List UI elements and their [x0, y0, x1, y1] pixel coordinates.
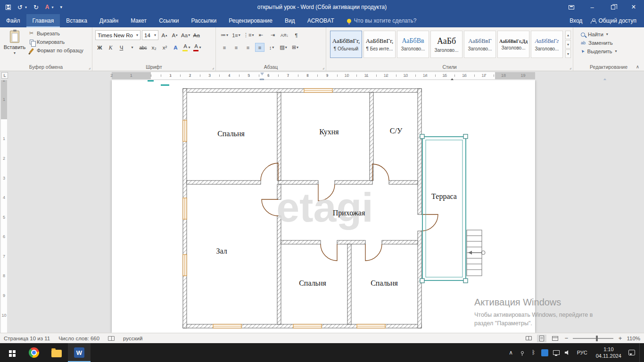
- redo-icon[interactable]: ↻: [33, 4, 39, 11]
- change-case-button[interactable]: Аа▾: [181, 31, 190, 40]
- network-icon[interactable]: [551, 343, 562, 362]
- print-layout-button[interactable]: [537, 335, 546, 342]
- web-layout-button[interactable]: [550, 335, 560, 342]
- sort-button[interactable]: АЯ↓: [280, 31, 289, 40]
- styles-more-button[interactable]: ▾: [565, 49, 571, 58]
- subscript-button[interactable]: х₂: [149, 43, 158, 52]
- ribbon-tab[interactable]: Вставка: [60, 14, 93, 27]
- shrink-font-button[interactable]: А▾: [170, 31, 179, 40]
- restore-button[interactable]: [603, 0, 623, 14]
- taskbar-word-button[interactable]: W: [68, 343, 91, 362]
- dialog-launcher-icon[interactable]: ⌟: [212, 65, 214, 70]
- dialog-launcher-icon[interactable]: ⌟: [322, 65, 324, 70]
- styles-scroll-down-button[interactable]: ▾: [565, 40, 571, 49]
- italic-button[interactable]: К: [106, 43, 115, 52]
- multilevel-list-button[interactable]: ⋮≡▾: [243, 31, 254, 40]
- decrease-indent-button[interactable]: ⇤: [256, 31, 265, 40]
- align-center-button[interactable]: ≡: [231, 43, 241, 52]
- taskbar-chrome-button[interactable]: [23, 343, 45, 362]
- line-spacing-button[interactable]: ↕▾: [267, 43, 276, 52]
- undo-icon[interactable]: ↺: [17, 4, 23, 11]
- ribbon-tab[interactable]: Рассылки: [185, 14, 223, 27]
- numbering-button[interactable]: 1≡▾: [231, 31, 241, 40]
- ribbon-tab[interactable]: Файл: [0, 14, 26, 27]
- style-card[interactable]: АаБбВвГг Заголово...: [531, 31, 563, 58]
- ribbon-tab[interactable]: Рецензирование: [223, 14, 279, 27]
- font-size-combo[interactable]: 14▾: [142, 30, 158, 40]
- save-icon[interactable]: [6, 5, 11, 10]
- justify-button[interactable]: ≡: [255, 43, 264, 52]
- text-effects-button[interactable]: А: [171, 43, 180, 52]
- collapse-ribbon-icon[interactable]: ∧: [636, 64, 639, 69]
- ribbon-display-options-button[interactable]: [561, 0, 582, 14]
- paste-button[interactable]: Вставить ▾: [3, 29, 26, 63]
- underline-dropdown-icon[interactable]: ▾: [128, 43, 137, 52]
- superscript-button[interactable]: х²: [160, 43, 169, 52]
- font-color-button[interactable]: А▾: [193, 43, 202, 52]
- minimize-button[interactable]: –: [582, 0, 603, 14]
- keyboard-language[interactable]: РУС: [573, 350, 591, 355]
- clear-formatting-button[interactable]: Аа: [192, 31, 201, 40]
- align-right-button[interactable]: ≡: [243, 43, 253, 52]
- bluetooth-icon[interactable]: ᛒ: [528, 343, 539, 362]
- start-button[interactable]: [0, 343, 23, 362]
- style-card[interactable]: АаБбВвГг, ¶ Обычный: [330, 31, 362, 58]
- ribbon-tab[interactable]: Ссылки: [153, 14, 185, 27]
- copy-button[interactable]: Копировать: [28, 39, 83, 45]
- tab-selector[interactable]: L: [1, 72, 8, 79]
- volume-icon[interactable]: [562, 343, 573, 362]
- document-page[interactable]: etagi Спальня Кухня С/У Терраса Прихожая…: [112, 80, 535, 333]
- dialog-launcher-icon[interactable]: ⌟: [89, 65, 91, 70]
- ribbon-tab[interactable]: Макет: [124, 14, 153, 27]
- show-paragraph-marks-button[interactable]: ¶: [291, 31, 301, 40]
- tab-stop-marker[interactable]: [451, 77, 454, 80]
- borders-button[interactable]: ⊞▾: [290, 43, 300, 52]
- close-button[interactable]: ×: [623, 0, 644, 14]
- location-icon[interactable]: [517, 343, 528, 362]
- customize-qat-icon[interactable]: ▾: [60, 5, 63, 9]
- undo-dropdown-icon[interactable]: ▾: [25, 5, 27, 9]
- read-mode-button[interactable]: [524, 335, 533, 342]
- paste-dropdown-icon[interactable]: ▾: [14, 51, 16, 55]
- font-color-qat-icon[interactable]: А: [45, 4, 50, 10]
- tray-app-icon[interactable]: [539, 343, 551, 362]
- style-card[interactable]: АаБб Заголово...: [430, 31, 462, 58]
- zoom-out-button[interactable]: −: [563, 335, 569, 342]
- format-painter-button[interactable]: Формат по образцу: [28, 48, 83, 53]
- dialog-launcher-icon[interactable]: ⌟: [570, 65, 571, 70]
- page-indicator[interactable]: Страница 10 из 11: [4, 336, 50, 341]
- word-count[interactable]: Число слов: 660: [58, 336, 99, 341]
- ribbon-tab[interactable]: Главная: [26, 14, 60, 27]
- taskbar-explorer-button[interactable]: [45, 343, 68, 362]
- clock[interactable]: 1:10 04.11.2024: [591, 346, 626, 360]
- style-card[interactable]: АаБбВвГг,Дд Заголово...: [497, 31, 529, 58]
- cut-button[interactable]: ✂Вырезать: [28, 30, 83, 36]
- proofing-icon[interactable]: [108, 336, 115, 341]
- tray-expand-icon[interactable]: ∧: [505, 343, 517, 362]
- shading-button[interactable]: ▨▾: [279, 43, 288, 52]
- styles-scroll-up-button[interactable]: ▴: [565, 31, 571, 39]
- bold-button[interactable]: Ж: [95, 43, 104, 52]
- share-button[interactable]: Общий доступ: [591, 17, 636, 24]
- tell-me-box[interactable]: Что вы хотите сделать?: [347, 14, 417, 27]
- align-left-button[interactable]: ≡: [220, 43, 229, 52]
- zoom-level[interactable]: 110%: [627, 336, 640, 341]
- language-indicator[interactable]: русский: [123, 336, 142, 341]
- style-card[interactable]: АаБбВвГ Заголово...: [464, 31, 496, 58]
- underline-button[interactable]: Ч: [117, 43, 126, 52]
- ribbon-tab[interactable]: Дизайн: [93, 14, 124, 27]
- action-center-icon[interactable]: [626, 343, 637, 362]
- increase-indent-button[interactable]: ⇥: [268, 31, 277, 40]
- zoom-slider[interactable]: [573, 338, 613, 339]
- select-button[interactable]: ➤Выделить▾: [581, 49, 642, 54]
- find-button[interactable]: Найти▾: [581, 32, 642, 37]
- style-card[interactable]: АаБбВв Заголово...: [397, 31, 429, 58]
- grow-font-button[interactable]: А▴: [160, 31, 169, 40]
- sign-in-link[interactable]: Вход: [570, 17, 582, 24]
- zoom-slider-thumb[interactable]: [596, 336, 598, 341]
- highlight-color-button[interactable]: А▾: [182, 43, 191, 52]
- replace-button[interactable]: abЗаменить: [581, 40, 642, 46]
- font-color-dropdown-icon[interactable]: ▾: [52, 5, 54, 9]
- show-desktop-button[interactable]: [639, 343, 644, 362]
- strikethrough-button[interactable]: abc: [139, 43, 148, 52]
